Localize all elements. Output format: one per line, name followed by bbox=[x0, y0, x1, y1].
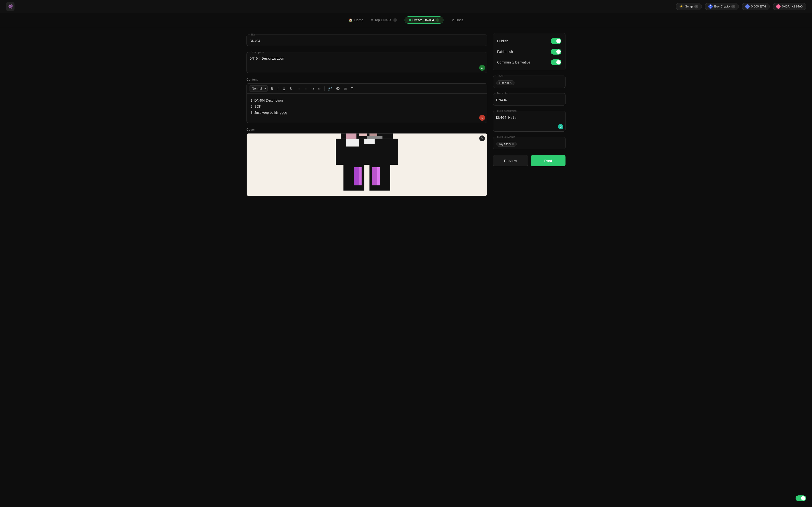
strikethrough-button[interactable]: S bbox=[288, 86, 293, 91]
align-button[interactable]: ⇤ bbox=[317, 86, 322, 91]
grammarly-meta-icon: G bbox=[558, 124, 563, 129]
title-input[interactable] bbox=[250, 38, 484, 44]
home-label: Home bbox=[354, 18, 363, 22]
preview-button[interactable]: Preview bbox=[493, 155, 528, 166]
grammarly-description-icon: G bbox=[479, 65, 485, 71]
publish-toggle-row: Publish bbox=[497, 37, 561, 45]
content-item-2: 2. SDK bbox=[251, 104, 483, 110]
meta-keywords-container: Toy Story ✕ bbox=[496, 142, 562, 147]
sidebar-item-docs[interactable]: ↗ Docs bbox=[451, 18, 463, 22]
underline-button[interactable]: U bbox=[282, 86, 286, 91]
cover-image bbox=[247, 133, 487, 196]
create-dn404-info-icon[interactable]: ℹ bbox=[436, 18, 439, 22]
style-select[interactable]: Normal bbox=[249, 86, 267, 92]
svg-rect-2 bbox=[359, 133, 367, 136]
bullet-list-button[interactable]: ≡ bbox=[304, 86, 308, 91]
wallet-label: 0xDA...c884e0 bbox=[782, 5, 803, 8]
publish-label: Publish bbox=[497, 39, 508, 43]
link-button[interactable]: 🔗 bbox=[326, 86, 333, 91]
swap-icon: ⚡ bbox=[679, 4, 684, 9]
wallet-icon bbox=[776, 4, 780, 9]
topbar: 👾 ⚡ Swap ℹ C Buy Crypto ℹ 0.000 ETH 0xDA… bbox=[0, 0, 812, 13]
tags-legend: Tags bbox=[496, 74, 504, 77]
content-section: Content Normal B I U S ≡ ≡ ⇥ ⇤ 🔗 bbox=[247, 78, 487, 123]
eth-icon bbox=[745, 4, 750, 9]
app-logo[interactable]: 👾 bbox=[6, 2, 14, 11]
subnav: 🏠 Home ≡ Top DN404 ℹ Create DN404 ℹ ↗ Do… bbox=[0, 13, 812, 27]
svg-rect-6 bbox=[346, 139, 359, 147]
ordered-list-button[interactable]: ≡ bbox=[297, 86, 301, 91]
swap-button[interactable]: ⚡ Swap ℹ bbox=[676, 3, 702, 10]
meta-title-input[interactable] bbox=[496, 97, 562, 103]
publish-toggle[interactable] bbox=[551, 38, 561, 44]
tags-container: The Kid ✕ bbox=[496, 80, 562, 85]
community-derivative-toggle[interactable] bbox=[551, 59, 561, 65]
buy-crypto-button[interactable]: C Buy Crypto ℹ bbox=[705, 3, 739, 10]
tag-the-kid: The Kid ✕ bbox=[496, 80, 514, 85]
bottom-right-toggle[interactable] bbox=[796, 495, 806, 501]
meta-description-fieldset: Meta description G bbox=[493, 109, 565, 131]
svg-rect-8 bbox=[341, 157, 393, 165]
toggle-thumb bbox=[801, 496, 806, 501]
community-derivative-toggle-row: Community Derivative bbox=[497, 58, 561, 66]
main-content: Title Description G Content Normal B bbox=[203, 27, 609, 202]
sidebar-item-home[interactable]: 🏠 Home bbox=[349, 18, 363, 22]
description-textarea[interactable] bbox=[250, 56, 484, 70]
meta-description-legend: Meta description bbox=[496, 109, 518, 112]
cover-label: Cover bbox=[247, 128, 487, 131]
grammarly-content-icon: 1 bbox=[479, 115, 485, 121]
home-icon: 🏠 bbox=[349, 18, 353, 22]
keyword-remove-toy-story[interactable]: ✕ bbox=[512, 143, 514, 146]
indent-button[interactable]: ⇥ bbox=[310, 86, 315, 91]
create-dn404-label: Create DN404 bbox=[412, 18, 434, 22]
clear-format-button[interactable]: T̶ bbox=[350, 86, 355, 91]
sidebar-item-top-dn404[interactable]: ≡ Top DN404 ℹ bbox=[371, 18, 397, 22]
svg-rect-12 bbox=[354, 167, 359, 185]
topbar-actions: ⚡ Swap ℹ C Buy Crypto ℹ 0.000 ETH 0xDA..… bbox=[676, 3, 806, 10]
cover-pixel-art bbox=[247, 133, 487, 196]
svg-rect-1 bbox=[346, 133, 356, 139]
description-legend: Description bbox=[250, 51, 265, 54]
cover-close-button[interactable]: ✕ bbox=[479, 135, 485, 141]
top-dn404-info-icon[interactable]: ℹ bbox=[394, 18, 397, 22]
meta-keywords-legend: Meta keywords bbox=[496, 135, 516, 138]
bold-button[interactable]: B bbox=[269, 86, 274, 91]
editor-toolbar: Normal B I U S ≡ ≡ ⇥ ⇤ 🔗 🖼 ⊞ T̶ bbox=[247, 83, 487, 94]
left-panel: Title Description G Content Normal B bbox=[247, 33, 487, 196]
tags-fieldset: Tags The Kid ✕ bbox=[493, 74, 565, 88]
keyword-text: Toy Story bbox=[499, 143, 511, 146]
title-legend: Title bbox=[250, 33, 256, 36]
italic-button[interactable]: I bbox=[276, 86, 280, 91]
create-dn404-dot bbox=[409, 19, 411, 21]
svg-rect-14 bbox=[372, 167, 377, 185]
buy-info-icon[interactable]: ℹ bbox=[731, 5, 735, 8]
table-button[interactable]: ⊞ bbox=[343, 86, 348, 91]
content-item-1: 1. DN404 Description bbox=[251, 98, 483, 104]
image-button[interactable]: 🖼 bbox=[335, 86, 341, 91]
title-field-group: Title bbox=[247, 33, 487, 46]
docs-label: Docs bbox=[456, 18, 463, 22]
cover-section: Cover ✕ bbox=[247, 128, 487, 196]
fairlaunch-label: Fairlaunch bbox=[497, 50, 513, 54]
action-buttons: Preview Post bbox=[493, 155, 565, 166]
sidebar-item-create-dn404[interactable]: Create DN404 ℹ bbox=[405, 16, 444, 24]
docs-icon: ↗ bbox=[451, 18, 454, 22]
editor-content-area[interactable]: 1. DN404 Description 2. SDK 3. Just keep… bbox=[247, 94, 487, 123]
top-dn404-icon: ≡ bbox=[371, 18, 373, 22]
post-button[interactable]: Post bbox=[531, 155, 565, 166]
meta-title-fieldset: Meta title bbox=[493, 92, 565, 106]
swap-label: Swap bbox=[685, 5, 693, 8]
community-derivative-label: Community Derivative bbox=[497, 60, 530, 64]
buy-crypto-label: Buy Crypto bbox=[714, 5, 729, 8]
fairlaunch-toggle-row: Fairlaunch bbox=[497, 48, 561, 56]
wallet-address[interactable]: 0xDA...c884e0 bbox=[773, 3, 806, 10]
fairlaunch-toggle[interactable] bbox=[551, 49, 561, 55]
meta-description-textarea[interactable] bbox=[496, 115, 562, 128]
content-editor: Normal B I U S ≡ ≡ ⇥ ⇤ 🔗 🖼 ⊞ T̶ bbox=[247, 83, 487, 123]
swap-info-icon[interactable]: ℹ bbox=[694, 5, 698, 8]
content-item-3: 3. Just keep buildingggg bbox=[251, 110, 483, 116]
content-label: Content bbox=[247, 78, 487, 81]
svg-rect-15 bbox=[377, 167, 380, 185]
top-dn404-label: Top DN404 bbox=[374, 18, 392, 22]
tag-remove-the-kid[interactable]: ✕ bbox=[510, 81, 512, 84]
